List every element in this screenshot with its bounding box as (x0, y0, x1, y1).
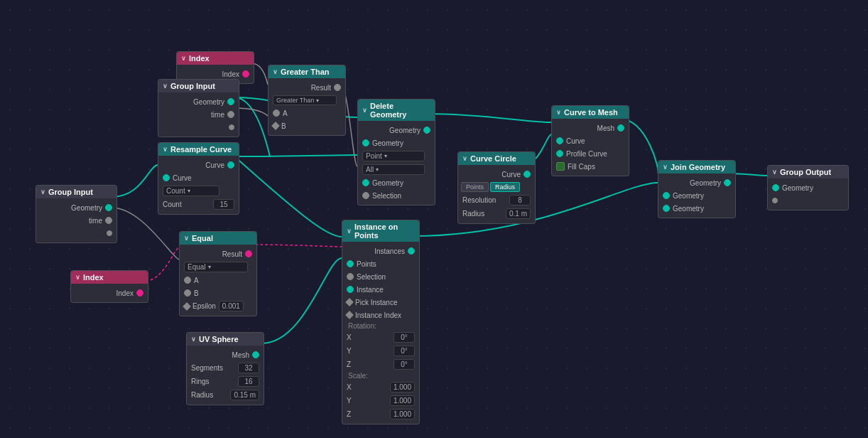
instance-on-points-scale-x-value[interactable]: 1.000 (390, 382, 415, 392)
delete-geometry-mode-dropdown[interactable]: All (362, 164, 425, 175)
curve-to-mesh-output-socket[interactable] (617, 124, 624, 132)
greater-than-collapse[interactable]: ∨ (273, 68, 278, 75)
instance-on-points-scale-x-label: X (347, 383, 352, 391)
equal-epsilon-socket[interactable] (183, 302, 190, 310)
join-geometry-collapse[interactable]: ∨ (663, 164, 668, 171)
instance-on-points-rot-z-value[interactable]: 0° (394, 359, 415, 370)
curve-circle-node: ∨ Curve Circle Curve Points Radius Resol… (457, 151, 536, 224)
group-output-extra-socket[interactable] (772, 198, 778, 203)
join-geometry-output-socket[interactable] (724, 179, 731, 186)
uv-sphere-rings-value[interactable]: 16 (238, 376, 259, 387)
group-input2-geo-label: Geometry (71, 204, 102, 212)
delete-geometry-output-socket[interactable] (423, 127, 430, 134)
join-geometry-input1-socket[interactable] (663, 192, 670, 199)
index2-header[interactable]: ∨ Index (71, 271, 148, 284)
resample-curve-header[interactable]: ∨ Resample Curve (158, 143, 239, 156)
resample-curve-mode-dropdown[interactable]: Count (163, 186, 219, 196)
delete-geometry-selection-socket[interactable] (362, 192, 369, 199)
resample-curve-output-socket[interactable] (227, 161, 234, 169)
curve-circle-radius-value[interactable]: 0.1 m (506, 208, 531, 219)
group-input1-header[interactable]: ∨ Group Input (158, 80, 239, 92)
curve-to-mesh-header[interactable]: ∨ Curve to Mesh (552, 106, 629, 119)
instance-on-points-scale-z-value[interactable]: 1.000 (390, 409, 415, 420)
group-output-header[interactable]: ∨ Group Output (768, 166, 848, 178)
delete-geometry-domain-dropdown[interactable]: Point (362, 151, 425, 161)
curve-circle-header[interactable]: ∨ Curve Circle (458, 152, 535, 165)
greater-than-result-socket[interactable] (334, 84, 341, 91)
curve-to-mesh-profile-socket[interactable] (556, 150, 563, 157)
equal-collapse[interactable]: ∨ (184, 235, 189, 242)
instance-on-points-output-socket[interactable] (408, 247, 415, 255)
index1-header[interactable]: ∨ Index (177, 52, 254, 65)
resample-curve-collapse[interactable]: ∨ (163, 146, 168, 153)
uv-sphere-mesh-socket[interactable] (252, 351, 259, 358)
instance-on-points-collapse[interactable]: ∨ (347, 228, 352, 235)
uv-sphere-radius-value[interactable]: 0.15 m (230, 390, 259, 400)
equal-node: ∨ Equal Result Equal A B Epsilon 0.001 (179, 231, 257, 316)
group-input2-geo-socket[interactable] (105, 204, 112, 211)
delete-geometry-collapse[interactable]: ∨ (362, 107, 367, 114)
group-output-geo-socket[interactable] (772, 184, 779, 191)
uv-sphere-rings-label: Rings (191, 378, 210, 385)
group-input1-geo-socket[interactable] (227, 98, 234, 105)
equal-a-socket[interactable] (184, 277, 191, 284)
greater-than-a-socket[interactable] (273, 110, 280, 117)
equal-b-label: B (194, 289, 199, 297)
instance-on-points-rot-y-value[interactable]: 0° (394, 346, 415, 356)
curve-to-mesh-collapse[interactable]: ∨ (556, 109, 561, 116)
uv-sphere-header[interactable]: ∨ UV Sphere (187, 333, 264, 346)
instance-on-points-selection-socket[interactable] (347, 273, 354, 280)
index1-output-socket[interactable] (242, 70, 249, 78)
resample-curve-count-value[interactable]: 15 (213, 199, 234, 210)
instance-on-points-instance-socket[interactable] (347, 286, 354, 293)
curve-circle-resolution-value[interactable]: 8 (509, 195, 531, 205)
instance-on-points-pick-socket[interactable] (345, 298, 353, 306)
curve-circle-collapse[interactable]: ∨ (462, 155, 467, 162)
join-geometry-header[interactable]: ∨ Join Geometry (658, 161, 735, 173)
group-input1-extra-socket[interactable] (229, 124, 234, 130)
index1-title: Index (189, 54, 210, 63)
group-output-collapse[interactable]: ∨ (772, 169, 777, 176)
greater-than-b-socket[interactable] (271, 122, 279, 129)
equal-mode-dropdown[interactable]: Equal (184, 262, 248, 272)
group-input2-time-label: time (89, 217, 102, 225)
index2-title: Index (83, 273, 104, 282)
join-geometry-input2-socket[interactable] (663, 205, 670, 212)
curve-to-mesh-fill-caps-checkbox[interactable] (556, 162, 565, 171)
greater-than-header[interactable]: ∨ Greater Than (268, 65, 345, 78)
instance-on-points-points-socket[interactable] (347, 260, 354, 267)
delete-geometry-sel-geo-socket[interactable] (362, 179, 369, 186)
curve-circle-resolution-label: Resolution (462, 196, 496, 204)
index1-collapse[interactable]: ∨ (181, 55, 186, 62)
join-geometry-title: Join Geometry (671, 163, 725, 171)
curve-circle-tab-radius[interactable]: Radius (490, 182, 520, 192)
uv-sphere-collapse[interactable]: ∨ (191, 336, 196, 343)
equal-result-socket[interactable] (245, 250, 252, 257)
curve-circle-output-socket[interactable] (523, 171, 531, 178)
instance-on-points-rot-x-value[interactable]: 0° (394, 332, 415, 343)
delete-geometry-header[interactable]: ∨ Delete Geometry (358, 100, 435, 121)
greater-than-mode-dropdown[interactable]: Greater Than (273, 95, 337, 105)
equal-header[interactable]: ∨ Equal (180, 232, 256, 245)
curve-circle-tab-points[interactable]: Points (461, 182, 489, 192)
group-input1-time-socket[interactable] (227, 111, 234, 118)
uv-sphere-segments-value[interactable]: 32 (238, 363, 259, 373)
group-input1-collapse[interactable]: ∨ (163, 82, 168, 90)
resample-curve-curve-label: Curve (173, 174, 192, 182)
index2-output-socket[interactable] (136, 289, 143, 297)
instance-on-points-rot-x-label: X (347, 333, 352, 341)
group-input2-extra-socket[interactable] (107, 230, 112, 236)
equal-b-socket[interactable] (184, 289, 191, 297)
instance-on-points-scale-y-value[interactable]: 1.000 (390, 395, 415, 406)
curve-to-mesh-curve-socket[interactable] (556, 137, 563, 144)
group-input2-time-socket[interactable] (105, 217, 112, 224)
group-input2-collapse[interactable]: ∨ (40, 188, 45, 196)
resample-curve-input-socket[interactable] (163, 174, 170, 181)
equal-epsilon-value[interactable]: 0.001 (219, 301, 244, 311)
instance-on-points-index-socket[interactable] (345, 311, 353, 319)
uv-sphere-mesh-label: Mesh (232, 351, 249, 359)
instance-on-points-header[interactable]: ∨ Instance on Points (342, 220, 419, 242)
group-input2-header[interactable]: ∨ Group Input (36, 186, 116, 198)
index2-collapse[interactable]: ∨ (75, 274, 80, 281)
delete-geometry-geo-socket[interactable] (362, 139, 369, 146)
